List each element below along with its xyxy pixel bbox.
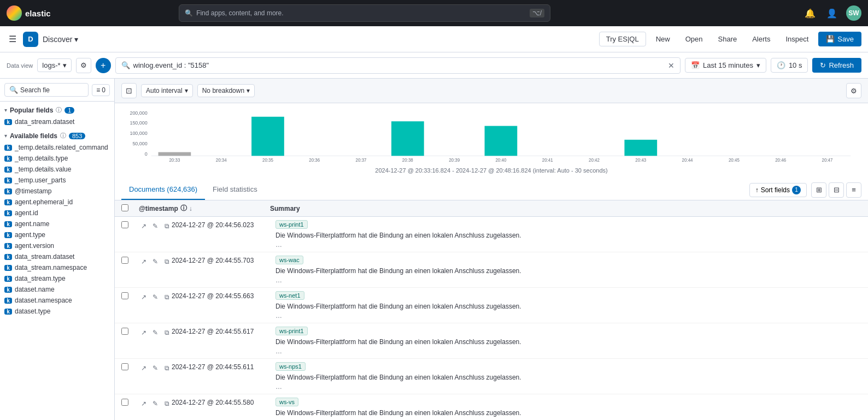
refresh-button[interactable]: ↻ Refresh <box>812 58 861 73</box>
inspect-row-button[interactable]: ✎ <box>150 257 160 267</box>
available-fields-chevron: ▾ <box>4 133 7 139</box>
svg-text:20:34: 20:34 <box>216 158 227 163</box>
row-checkbox[interactable] <box>121 221 139 230</box>
field-item[interactable]: kagent.ephemeral_id <box>0 197 114 208</box>
copy-row-button[interactable]: ⧉ <box>162 363 172 373</box>
try-esql-button[interactable]: Try ES|QL <box>599 32 646 46</box>
inspect-row-button[interactable]: ✎ <box>150 221 160 231</box>
inspect-button[interactable]: Inspect <box>780 32 814 46</box>
field-type-badge: k <box>4 167 12 173</box>
copy-row-button[interactable]: ⧉ <box>162 257 172 267</box>
copy-row-button[interactable]: ⧉ <box>162 328 172 338</box>
inspect-row-button[interactable]: ✎ <box>150 399 160 409</box>
alerts-button[interactable]: Alerts <box>747 32 776 46</box>
interval-selector[interactable]: Auto interval ▾ <box>141 84 193 97</box>
available-fields-section[interactable]: ▾ Available fields ⓘ 853 <box>0 127 114 142</box>
expand-row-button[interactable]: ↗ <box>139 363 149 373</box>
toggle-chart-button[interactable]: ⊡ <box>121 83 137 98</box>
data-view-selector[interactable]: logs-* ▾ <box>37 58 71 72</box>
field-item[interactable]: k@timestamp <box>0 186 114 197</box>
field-item[interactable]: k_temp.user_parts <box>0 175 114 186</box>
field-item[interactable]: kdata_stream.type <box>0 273 114 284</box>
field-search-box[interactable]: 🔍 Search fie <box>4 83 89 97</box>
new-button[interactable]: New <box>650 32 676 46</box>
share-button[interactable]: Share <box>713 32 743 46</box>
field-item[interactable]: kdata_stream.dataset <box>0 116 114 127</box>
tab-documents[interactable]: Documents (624,636) <box>121 180 205 200</box>
inspect-row-button[interactable]: ✎ <box>150 363 160 373</box>
sort-fields-button[interactable]: ↑ Sort fields 1 <box>749 183 807 197</box>
breakdown-label: No breakdown <box>202 87 244 94</box>
field-item[interactable]: kdataset.type <box>0 306 114 317</box>
popular-fields-section[interactable]: ▾ Popular fields ⓘ 1 <box>0 102 114 116</box>
popular-fields-info-icon: ⓘ <box>56 106 62 114</box>
interval-picker[interactable]: 🕐 10 s <box>771 58 808 73</box>
add-filter-button[interactable]: + <box>96 58 111 73</box>
field-item[interactable]: k_temp.details.related_command <box>0 142 114 153</box>
row-checkbox[interactable] <box>121 363 139 372</box>
inspect-row-button[interactable]: ✎ <box>150 328 160 338</box>
query-input-container[interactable]: 🔍 winlog.event_id : "5158" ✕ <box>115 57 681 74</box>
row-checkbox[interactable] <box>121 257 139 265</box>
refresh-icon: ↻ <box>820 61 826 69</box>
time-label: Last 15 minutes <box>703 61 753 69</box>
svg-text:20:35: 20:35 <box>262 158 273 163</box>
inspect-row-button[interactable]: ✎ <box>150 292 160 302</box>
svg-rect-10 <box>251 117 284 156</box>
row-summary: ws-vs Die Windows-Filterplattform hat di… <box>275 398 861 420</box>
field-item[interactable]: k_temp.details.value <box>0 164 114 175</box>
field-name: data_stream.type <box>15 275 66 282</box>
filter-button[interactable]: ⚙ <box>76 58 91 73</box>
field-item[interactable]: kdata_stream.dataset <box>0 251 114 262</box>
discover-button[interactable]: Discover ▾ <box>43 35 78 44</box>
help-icon[interactable]: 👤 <box>824 5 840 21</box>
copy-row-button[interactable]: ⧉ <box>162 399 172 409</box>
copy-row-button[interactable]: ⧉ <box>162 221 172 231</box>
menu-icon[interactable]: ☰ <box>7 32 19 46</box>
row-checkbox[interactable] <box>121 328 139 336</box>
copy-row-button[interactable]: ⧉ <box>162 292 172 302</box>
expand-row-button[interactable]: ↗ <box>139 257 149 267</box>
breakdown-selector[interactable]: No breakdown ▾ <box>197 84 255 97</box>
timestamp-column-header[interactable]: @timestamp ⓘ ↓ <box>139 204 270 213</box>
summary-more: … <box>275 312 282 320</box>
notifications-icon[interactable]: 🔔 <box>802 5 818 21</box>
field-item[interactable]: kagent.id <box>0 208 114 218</box>
select-all-input[interactable] <box>121 204 128 211</box>
search-icon: 🔍 <box>121 61 130 69</box>
summary-more: … <box>275 347 282 355</box>
elastic-logo[interactable]: elastic <box>7 5 51 21</box>
tab-field-statistics[interactable]: Field statistics <box>205 180 265 200</box>
select-all-checkbox[interactable] <box>121 204 139 213</box>
field-item[interactable]: kdata_stream.namespace <box>0 262 114 273</box>
user-avatar[interactable]: SW <box>846 5 861 21</box>
expand-row-button[interactable]: ↗ <box>139 399 149 409</box>
grid-view-button[interactable]: ⊞ <box>811 182 826 198</box>
field-item[interactable]: kagent.name <box>0 218 114 229</box>
table-row: ↗ ✎ ⧉ 2024-12-27 @ 20:44:55.663 ws-net1 … <box>115 288 868 323</box>
expand-row-button[interactable]: ↗ <box>139 221 149 231</box>
chart-settings-button[interactable]: ⚙ <box>846 83 861 98</box>
summary-more: … <box>275 241 282 249</box>
table-row: ↗ ✎ ⧉ 2024-12-27 @ 20:44:55.617 ws-print… <box>115 323 868 359</box>
time-picker[interactable]: 📅 Last 15 minutes ▾ <box>685 58 766 73</box>
field-item[interactable]: kagent.type <box>0 229 114 240</box>
row-checkbox[interactable] <box>121 399 139 407</box>
global-search[interactable]: 🔍 Find apps, content, and more. ⌥/ <box>179 4 550 22</box>
field-item[interactable]: k_temp.details.type <box>0 153 114 164</box>
columns-view-button[interactable]: ⊟ <box>829 182 844 198</box>
list-view-button[interactable]: ≡ <box>846 182 861 198</box>
save-button[interactable]: 💾 Save <box>818 32 861 46</box>
field-item[interactable]: kdataset.namespace <box>0 295 114 306</box>
field-item[interactable]: kdataset.name <box>0 284 114 295</box>
query-input[interactable]: winlog.event_id : "5158" <box>133 61 665 69</box>
field-filter-button[interactable]: ≡ 0 <box>92 84 110 96</box>
expand-row-button[interactable]: ↗ <box>139 328 149 338</box>
row-checkbox[interactable] <box>121 292 139 301</box>
field-item[interactable]: kagent.version <box>0 240 114 251</box>
open-button[interactable]: Open <box>680 32 708 46</box>
field-search-input[interactable]: Search fie <box>20 86 69 94</box>
clear-query-button[interactable]: ✕ <box>668 61 675 70</box>
expand-row-button[interactable]: ↗ <box>139 292 149 302</box>
timestamp-sort-icon[interactable]: ↓ <box>189 205 192 212</box>
